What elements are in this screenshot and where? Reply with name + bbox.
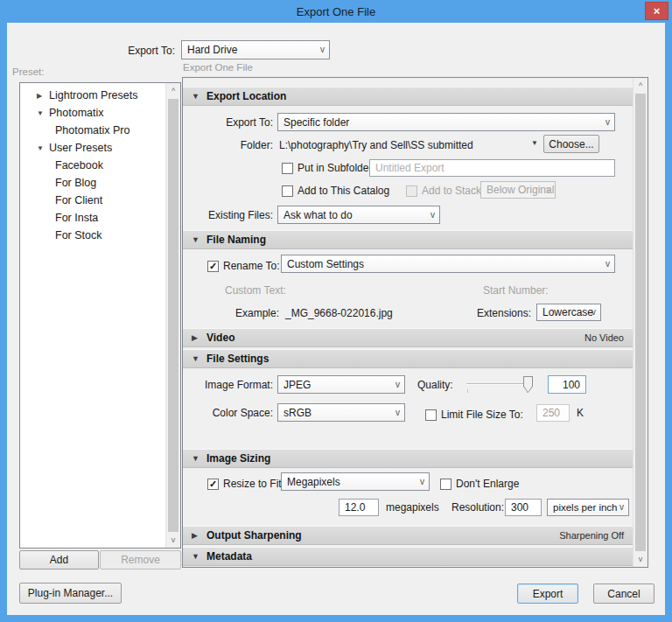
section-header-export-location[interactable]: ▼ Export Location [183,87,633,106]
section-header-file-settings[interactable]: ▼ File Settings [183,349,633,368]
choose-button[interactable]: Choose... [543,135,599,153]
expanded-arrow-icon: ▼ [192,92,206,101]
color-space-dropdown[interactable]: sRGB v [277,403,405,422]
quality-slider[interactable] [466,375,533,393]
collapsed-arrow-icon: ▶ [192,333,206,342]
preset-item-for-client[interactable]: For Client [20,192,164,209]
scrollbar-thumb[interactable] [168,99,178,532]
section-header-image-sizing[interactable]: ▼ Image Sizing [183,449,633,468]
preset-item-photomatix[interactable]: ▼ Photomatix [20,104,164,122]
file-naming-body: ✓ Rename To: Custom Settings v Custom Te… [183,249,633,326]
title-bar[interactable]: Export One File [0,0,672,23]
scroll-up-icon[interactable]: ^ [166,84,180,98]
put-in-subfolder-checkbox[interactable] [282,163,293,174]
scroll-up-icon[interactable]: ^ [634,79,648,93]
folder-path: L:\photography\Try and Sell\SS submitted [279,139,473,151]
file-settings-body: Image Format: JPEG v Quality: Color Spac… [183,368,633,447]
resize-to-fit-label: Resize to Fit: [223,478,284,490]
resize-mode-dropdown[interactable]: Megapixels v [281,472,430,491]
section-header-output-sharpening[interactable]: ▶ Output Sharpening Sharpening Off [183,526,633,545]
expanded-arrow-icon: ▼ [192,235,206,244]
settings-scrollbar[interactable]: ^ v [633,78,648,567]
resolution-input[interactable] [505,499,542,516]
dont-enlarge-checkbox[interactable] [440,479,452,490]
megapixels-label: megapixels [386,501,439,514]
example-label: Example: [183,307,279,319]
section-header-video[interactable]: ▶ Video No Video [183,328,633,347]
resize-to-fit-checkbox[interactable]: ✓ [207,479,219,490]
folder-label: Folder: [183,139,273,151]
chevron-down-icon: v [430,210,435,220]
window-title: Export One File [297,5,375,18]
extensions-label: Extensions: [428,307,531,319]
specific-folder-dropdown[interactable]: Specific folder v [277,113,615,131]
quality-label: Quality: [417,379,453,391]
resolution-unit-dropdown[interactable]: pixels per inch v [547,499,629,516]
image-format-label: Image Format: [183,379,273,391]
chevron-down-icon: v [320,45,325,54]
expanded-arrow-icon[interactable]: ▼ [37,109,49,117]
preset-tree: ▶ Lightroom Presets ▼ Photomatix Photoma… [20,87,164,244]
rename-template-dropdown[interactable]: Custom Settings v [281,255,615,273]
plugin-manager-button[interactable]: Plug-in Manager... [19,583,122,604]
section-header-file-naming[interactable]: ▼ File Naming [183,230,633,249]
remove-preset-button[interactable]: Remove [100,550,181,570]
export-button[interactable]: Export [517,584,578,604]
add-to-stack-checkbox[interactable] [406,185,417,197]
megapixels-input[interactable] [339,499,379,516]
limit-file-size-label: Limit File Size To: [441,409,523,421]
chevron-down-icon: v [606,259,610,269]
add-to-catalog-checkbox[interactable] [282,185,293,197]
preset-item-for-stock[interactable]: For Stock [20,227,164,244]
preset-item-photomatix-pro[interactable]: Photomatix Pro [20,122,164,139]
export-to-value: Hard Drive [187,44,237,56]
preset-label: Preset: [12,66,44,77]
export-to-dropdown[interactable]: Hard Drive v [181,40,330,59]
chevron-down-icon: v [420,477,424,486]
scroll-down-icon[interactable]: v [166,533,180,547]
rename-to-checkbox[interactable]: ✓ [207,261,219,272]
example-filename: _MG_9668-022016.jpg [285,307,393,319]
put-in-subfolder-label: Put in Subfolder: [298,162,375,174]
extensions-dropdown[interactable]: Lowercase v [536,304,601,321]
image-sizing-body: ✓ Resize to Fit: Megapixels v Don't Enla… [183,468,633,524]
sharpening-status: Sharpening Off [559,530,624,541]
custom-text-label: Custom Text: [225,284,286,297]
export-dialog: Export To: Hard Drive v Preset: ▶ Lightr… [7,23,665,615]
close-button[interactable]: × [645,2,668,20]
cancel-button[interactable]: Cancel [593,584,654,604]
preset-item-user-presets[interactable]: ▼ User Presets [20,139,164,157]
expanded-arrow-icon: ▼ [192,552,206,561]
collapsed-arrow-icon: ▶ [192,531,206,540]
existing-files-label: Existing Files: [183,209,273,221]
collapsed-arrow-icon[interactable]: ▶ [37,92,49,100]
video-status: No Video [584,332,624,343]
scroll-down-icon[interactable]: v [634,552,648,566]
preset-item-for-insta[interactable]: For Insta [20,209,164,227]
preset-item-facebook[interactable]: Facebook [20,157,164,174]
export-to-inner-label: Export To: [183,116,273,129]
section-header-metadata[interactable]: ▼ Metadata [183,547,633,566]
scrollbar-thumb[interactable] [635,94,646,551]
preset-item-lightroom-presets[interactable]: ▶ Lightroom Presets [20,87,164,104]
limit-file-size-checkbox[interactable] [425,409,437,421]
expanded-arrow-icon: ▼ [192,354,206,363]
image-format-dropdown[interactable]: JPEG v [277,375,405,394]
subfolder-name-input[interactable] [369,159,615,177]
chevron-down-icon: v [546,185,550,194]
existing-files-dropdown[interactable]: Ask what to do v [277,206,440,224]
expanded-arrow-icon: ▼ [192,454,206,463]
quality-slider-thumb[interactable] [523,376,533,393]
preset-scrollbar[interactable]: ^ v [165,83,180,548]
quality-value-input[interactable] [548,375,586,394]
expanded-arrow-icon[interactable]: ▼ [37,144,49,152]
add-preset-button[interactable]: Add [19,550,99,570]
folder-dropdown-icon[interactable]: ▼ [531,139,538,147]
rename-to-label: Rename To: [223,260,279,272]
file-size-unit-label: K [577,407,584,419]
chevron-down-icon: v [606,117,610,127]
preset-item-for-blog[interactable]: For Blog [20,174,164,192]
stack-position-dropdown[interactable]: Below Original v [480,181,556,199]
export-to-label: Export To: [86,45,175,57]
file-size-limit-input[interactable] [536,404,570,422]
